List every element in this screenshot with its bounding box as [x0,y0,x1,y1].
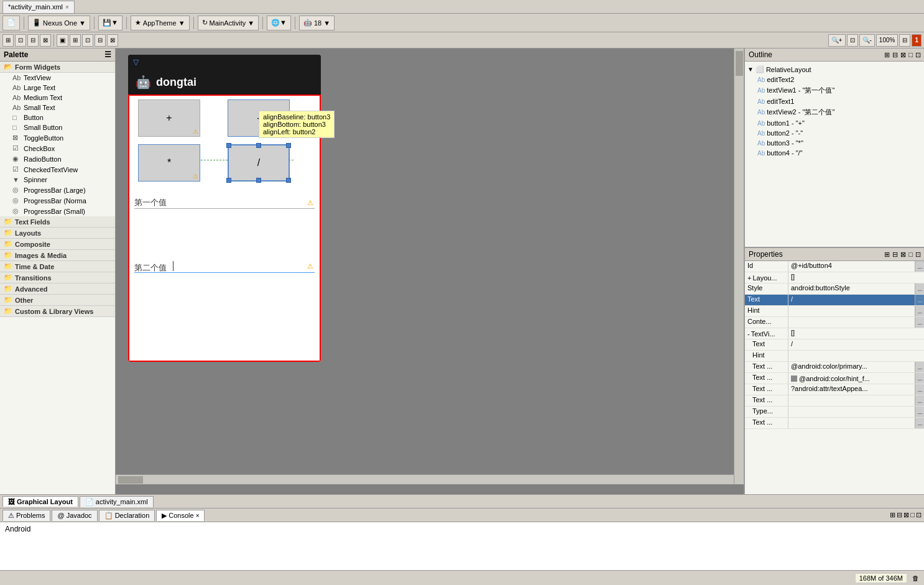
canvas-btn-5[interactable]: ▣ [57,34,68,47]
prop-btn-conte[interactable]: ... [915,317,924,328]
palette-item-radiobutton[interactable]: ◉ RadioButton [0,154,115,164]
canvas-btn-1[interactable]: ⊞ [2,34,14,47]
canvas-btn-7[interactable]: ⊡ [82,34,93,47]
prop-btn-text-final[interactable]: ... [915,418,924,428]
section-form-widgets[interactable]: 📂 Form Widgets [0,62,115,73]
tree-item-button3[interactable]: Ab button3 - "*" [745,138,924,148]
section-transitions[interactable]: 📁 Transitions [0,272,115,283]
prop-btn-text-color[interactable]: ... [915,362,924,372]
console-icon-5[interactable]: ⊡ [916,511,922,519]
activity-selector[interactable]: ↻ MainActivity ▼ [198,16,259,30]
outline-icon-3[interactable]: ⊠ [900,51,906,59]
prop-value-hint[interactable] [788,306,915,316]
props-icon-5[interactable]: ⊡ [915,251,921,259]
section-composite[interactable]: 📁 Composite [0,239,115,250]
canvas-vscrollbar[interactable] [734,48,744,484]
prop-value-text-sel[interactable]: / [788,295,915,305]
button-star[interactable]: * ⚠ [138,144,200,182]
section-advanced[interactable]: 📁 Advanced [0,283,115,295]
palette-item-progressbar-normal[interactable]: ◎ ProgressBar (Norma [0,195,115,206]
expand-plus[interactable]: + [747,274,751,282]
error-badge[interactable]: 1 [912,34,922,47]
active-tab[interactable]: *activity_main.xml × [2,1,75,13]
palette-item-smallbutton[interactable]: □ Small Button [0,122,115,132]
prop-value-text-color[interactable]: @android:color/primary... [788,362,915,372]
palette-item-checkedtextview[interactable]: ☑ CheckedTextView [0,164,115,175]
tree-item-button2[interactable]: Ab button2 - "-" [745,128,924,138]
console-icon-2[interactable]: ⊟ [897,511,902,519]
palette-item-togglebutton[interactable]: ⊠ ToggleButton [0,132,115,143]
console-icon-4[interactable]: □ [910,511,915,519]
prop-btn-text-empty[interactable]: ... [915,395,924,406]
canvas-hscrollbar[interactable] [116,474,744,484]
console-tab-close[interactable]: × [196,512,200,519]
bottom-tab-graphical[interactable]: 🖼 Graphical Layout [2,496,78,507]
button-plus[interactable]: + ⚠ [138,99,200,137]
canvas-btn-6[interactable]: ⊞ [70,34,81,47]
hscroll-thumb[interactable] [118,476,143,484]
tree-item-textview2[interactable]: Ab textView2 - "第二个值" [745,106,924,118]
api-selector[interactable]: 🤖 18 ▼ [299,16,335,30]
canvas-btn-9[interactable]: ⊠ [107,34,118,47]
prop-value-layout[interactable]: [] [788,272,924,283]
outline-icon-2[interactable]: ⊟ [892,51,898,59]
collapse-minus[interactable]: - [747,330,750,338]
zoom-100-btn[interactable]: 100% [876,34,899,47]
canvas-btn-3[interactable]: ⊟ [27,34,39,47]
tree-item-relativelayout[interactable]: ▼ ⬜ RelativeLayout [745,64,924,75]
section-other[interactable]: 📁 Other [0,295,115,306]
section-text-fields[interactable]: 📁 Text Fields [0,216,115,228]
prop-value-type[interactable] [788,407,915,417]
console-icon-3[interactable]: ⊠ [903,511,909,519]
palette-item-checkbox[interactable]: ☑ CheckBox [0,143,115,154]
gc-icon[interactable]: 🗑 [912,574,919,582]
outline-icon-4[interactable]: □ [908,51,913,59]
canvas-btn-4[interactable]: ⊠ [40,34,51,47]
close-tab-btn[interactable]: × [65,4,69,11]
locale-selector[interactable]: 🌐▼ [267,16,291,30]
section-time-date[interactable]: 📁 Time & Date [0,261,115,272]
prop-value-text-sub[interactable]: / [788,339,924,350]
prop-row-text-selected[interactable]: Text / ... [745,295,924,306]
palette-menu-icon[interactable]: ☰ [104,50,111,59]
prop-value-id[interactable]: @+id/button4 [788,261,915,272]
prop-value-hint-sub[interactable] [788,351,924,361]
prop-value-text-hint-color[interactable]: @android:color/hint_f... [788,373,915,384]
prop-btn-hint[interactable]: ... [915,306,924,316]
console-tab-problems[interactable]: ⚠ Problems [2,510,50,521]
new-btn[interactable]: 📄 [2,16,20,30]
prop-btn-text-appear[interactable]: ... [915,384,924,395]
zoom-fit2-btn[interactable]: ⊟ [899,34,910,47]
prop-btn-type[interactable]: ... [915,407,924,417]
prop-value-text-final[interactable] [788,418,915,428]
theme-selector[interactable]: ★ AppTheme ▼ [131,16,190,30]
props-icon-3[interactable]: ⊠ [900,251,906,259]
palette-item-textview[interactable]: Ab TextView [0,73,115,83]
palette-item-progressbar-small[interactable]: ◎ ProgressBar (Small) [0,206,115,216]
palette-item-mediumtext[interactable]: Ab Medium Text [0,93,115,103]
canvas-btn-8[interactable]: ⊟ [95,34,106,47]
section-layouts[interactable]: 📁 Layouts [0,228,115,239]
zoom-in-btn[interactable]: 🔍+ [828,34,846,47]
palette-item-smalltext[interactable]: Ab Small Text [0,103,115,113]
console-tab-console[interactable]: ▶ Console × [156,510,205,521]
bottom-tab-xml[interactable]: 📄 activity_main.xml [80,496,154,507]
tree-item-edittext1[interactable]: Ab editText1 [745,96,924,106]
props-icon-1[interactable]: ⊞ [884,251,890,259]
prop-value-conte[interactable] [788,317,915,328]
zoom-fit-btn[interactable]: ⊡ [847,34,858,47]
tree-item-edittext2[interactable]: Ab editText2 [745,75,924,85]
props-icon-4[interactable]: □ [908,251,913,259]
prop-btn-style[interactable]: ... [915,283,924,294]
canvas-btn-2[interactable]: ⊡ [15,34,26,47]
tree-item-button1[interactable]: Ab button1 - "+" [745,118,924,128]
prop-value-text-empty[interactable] [788,395,915,406]
console-tab-javadoc[interactable]: @ Javadoc [52,510,97,521]
prop-value-style[interactable]: android:buttonStyle [788,283,915,294]
save-btn[interactable]: 💾▼ [98,16,122,30]
prop-btn-text-sel[interactable]: ... [915,295,924,305]
prop-value-text-appear[interactable]: ?android:attr/textAppea... [788,384,915,395]
palette-item-button[interactable]: □ Button [0,113,115,122]
section-custom-library[interactable]: 📁 Custom & Library Views [0,306,115,317]
prop-value-textvi[interactable]: [] [788,328,924,339]
